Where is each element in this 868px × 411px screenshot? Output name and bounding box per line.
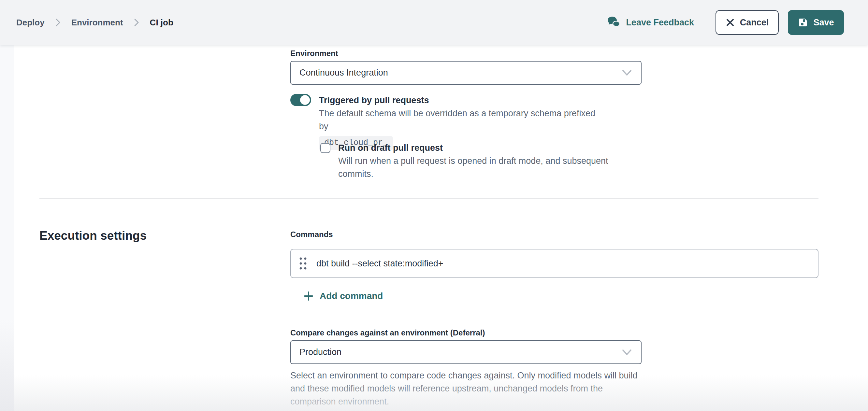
pr-trigger-label: Triggered by pull requests [319,94,606,107]
breadcrumb-item-environment[interactable]: Environment [71,18,123,28]
cancel-button-label: Cancel [740,18,769,28]
command-row[interactable]: dbt build --select state:modified+ [290,249,818,278]
add-command-button[interactable]: Add command [303,291,383,301]
chevron-right-icon [54,18,62,27]
pr-trigger-description: The default schema will be overridden as… [319,107,606,133]
plus-icon [303,291,314,301]
chevron-down-icon [621,69,632,76]
drag-handle-icon[interactable] [299,257,307,270]
feedback-chat-icon [607,16,621,29]
deferral-help-text: Select an environment to compare code ch… [290,369,639,408]
save-button[interactable]: Save [788,10,844,35]
chevron-down-icon [621,349,632,356]
commands-label: Commands [290,230,333,239]
deferral-dropdown[interactable]: Production [290,340,642,364]
chevron-right-icon [133,18,140,27]
deferral-dropdown-value: Production [300,347,341,357]
draft-pr-row: Run on draft pull request Will run when … [320,141,645,181]
page-left-gutter [0,45,14,411]
leave-feedback-button[interactable]: Leave Feedback [607,16,694,29]
breadcrumb-item-ci-job: CI job [150,18,173,28]
add-command-label: Add command [320,291,383,301]
top-header-bar: Deploy Environment CI job Leave Feedback… [0,0,868,45]
breadcrumb: Deploy Environment CI job [16,18,173,28]
environment-dropdown[interactable]: Continuous Integration [290,61,642,85]
cancel-button[interactable]: Cancel [715,10,779,35]
command-input-value[interactable]: dbt build --select state:modified+ [316,259,443,269]
save-icon [798,17,808,28]
deferral-field-label: Compare changes against an environment (… [290,328,485,338]
pr-trigger-toggle[interactable] [290,94,311,106]
draft-pr-text: Run on draft pull request Will run when … [338,141,645,181]
breadcrumb-item-deploy[interactable]: Deploy [16,18,44,28]
save-button-label: Save [813,18,834,28]
job-settings-card: Environment Continuous Integration Trigg… [14,45,868,411]
draft-pr-label: Run on draft pull request [338,141,645,154]
close-icon [725,18,735,27]
toggle-knob [300,95,310,105]
leave-feedback-label: Leave Feedback [626,18,694,28]
draft-pr-checkbox[interactable] [320,143,331,153]
section-divider [39,198,818,199]
environment-field-label: Environment [290,49,338,58]
draft-pr-description: Will run when a pull request is opened i… [338,154,645,181]
environment-dropdown-value: Continuous Integration [300,68,388,78]
execution-settings-title: Execution settings [39,229,147,243]
